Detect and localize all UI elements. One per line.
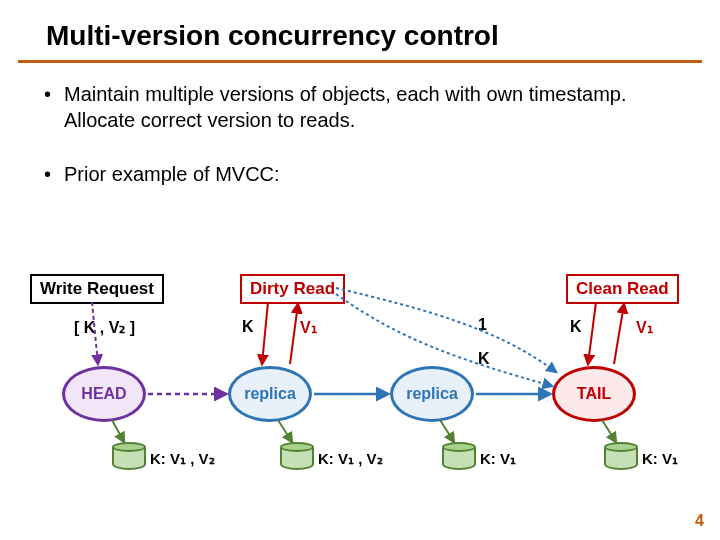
write-request-box: Write Request (30, 274, 164, 304)
tail-node: TAIL (552, 366, 636, 422)
page-number: 4 (695, 512, 704, 530)
storage-label: K: V₁ (480, 450, 516, 468)
bullet-item: Prior example of MVCC: (44, 161, 692, 187)
storage-cylinder-icon (442, 442, 476, 472)
forward-1-label: 1 (478, 316, 487, 334)
mvcc-diagram: Write Request Dirty Read Clean Read HEAD… (0, 260, 720, 500)
slide-title: Multi-version concurrency control (18, 20, 702, 63)
replica-node-2: replica (390, 366, 474, 422)
dirty-k-label: K (242, 318, 254, 336)
storage-label: K: V₁ , V₂ (150, 450, 215, 468)
svg-line-10 (440, 420, 454, 442)
clean-read-box: Clean Read (566, 274, 679, 304)
svg-line-2 (290, 304, 298, 364)
storage-cylinder-icon (604, 442, 638, 472)
head-node: HEAD (62, 366, 146, 422)
bullet-item: Maintain multiple versions of objects, e… (44, 81, 692, 133)
storage-label: K: V₁ (642, 450, 678, 468)
storage-label: K: V₁ , V₂ (318, 450, 383, 468)
svg-line-9 (278, 420, 292, 442)
forward-k-label: K (478, 350, 490, 368)
clean-v-label: V₁ (636, 318, 653, 337)
slide: Multi-version concurrency control Mainta… (0, 0, 720, 540)
storage-cylinder-icon (280, 442, 314, 472)
svg-line-3 (588, 302, 596, 364)
svg-line-1 (262, 302, 268, 364)
svg-line-4 (614, 304, 624, 364)
dirty-read-box: Dirty Read (240, 274, 345, 304)
svg-line-8 (112, 420, 124, 442)
svg-line-11 (602, 420, 616, 442)
write-payload-label: [ K , V₂ ] (74, 318, 135, 337)
replica-node-1: replica (228, 366, 312, 422)
bullet-list: Maintain multiple versions of objects, e… (0, 75, 720, 187)
dirty-v-label: V₁ (300, 318, 317, 337)
storage-cylinder-icon (112, 442, 146, 472)
clean-k-label: K (570, 318, 582, 336)
